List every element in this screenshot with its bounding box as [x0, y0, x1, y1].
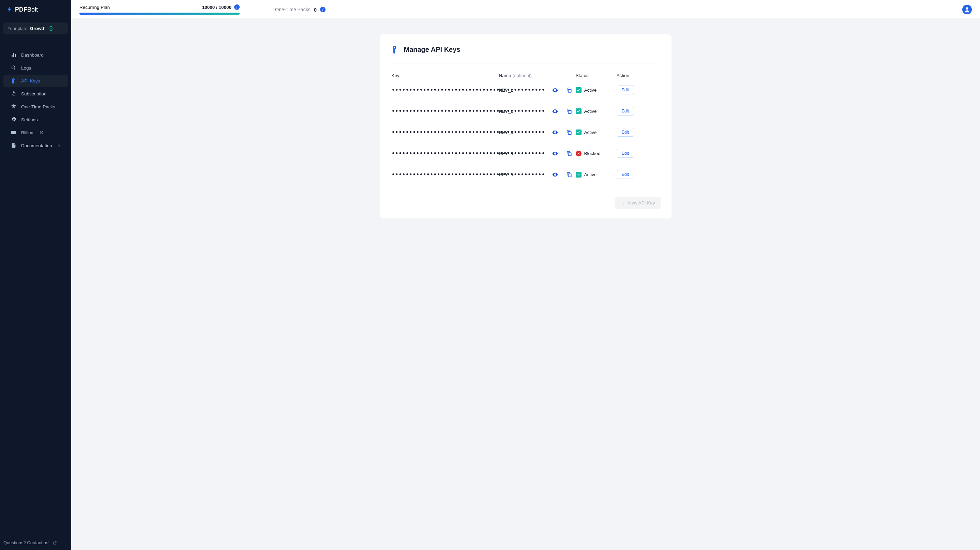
page-title: Manage API Keys: [404, 46, 460, 54]
sidebar-item-label: Billing: [21, 130, 33, 135]
sidebar-item-settings[interactable]: Settings: [3, 113, 68, 126]
key-name: KEY_1: [499, 87, 576, 93]
usage-label: Recurring Plan: [80, 5, 110, 10]
sidebar-item-api-keys[interactable]: API Keys: [3, 75, 68, 87]
sidebar-item-documentation[interactable]: Documentation: [3, 139, 68, 152]
logo[interactable]: PDFBolt: [0, 0, 71, 18]
packs-info: One-Time Packs 0 i: [275, 7, 326, 13]
check-circle-icon: [48, 26, 54, 31]
key-icon: [11, 78, 16, 83]
table-header: Key Name (optional) Status Action: [391, 73, 660, 79]
status-cell: Active: [576, 108, 617, 114]
api-keys-card: Manage API Keys Key Name (optional) Stat…: [380, 34, 671, 218]
document-icon: [11, 143, 16, 148]
key-name: KEY_5: [499, 172, 576, 177]
sidebar: PDFBolt Your plan: Growth DashboardLogsA…: [0, 0, 71, 550]
edit-button[interactable]: Edit: [617, 86, 634, 94]
plus-icon: [621, 201, 625, 205]
logo-text: PDFBolt: [15, 6, 38, 13]
sidebar-item-dashboard[interactable]: Dashboard: [3, 49, 68, 61]
sidebar-item-one-time-packs[interactable]: One-Time Packs: [3, 100, 68, 113]
x-icon: [576, 151, 582, 156]
usage-value: 10000 / 10000: [202, 5, 231, 10]
bolt-icon: [6, 5, 13, 14]
usage-meter: Recurring Plan 10000 / 10000 i: [80, 5, 240, 15]
person-icon: [964, 6, 970, 13]
info-icon[interactable]: i: [320, 7, 326, 12]
edit-button[interactable]: Edit: [617, 128, 634, 137]
sidebar-item-logs[interactable]: Logs: [3, 62, 68, 74]
sidebar-item-label: Dashboard: [21, 52, 44, 57]
table-row: ••••••••••••••••••••••••••••••••••••••••…: [391, 79, 660, 100]
sidebar-item-label: Logs: [21, 65, 31, 70]
key-name: KEY_4: [499, 151, 576, 156]
edit-button[interactable]: Edit: [617, 149, 634, 158]
check-icon: [576, 172, 582, 178]
external-icon: [53, 541, 57, 545]
sidebar-item-label: Settings: [21, 117, 38, 122]
external-icon: [58, 143, 60, 148]
info-icon[interactable]: i: [234, 5, 240, 10]
sidebar-item-label: Subscription: [21, 91, 46, 97]
avatar[interactable]: [962, 5, 972, 14]
external-icon: [40, 130, 44, 135]
sidebar-item-label: API Keys: [21, 78, 40, 83]
topbar: Recurring Plan 10000 / 10000 i One-Time …: [71, 0, 980, 18]
layers-icon: [11, 104, 16, 110]
status-cell: Active: [576, 129, 617, 135]
contact-link[interactable]: Questions? Contact us!: [0, 535, 71, 550]
bar-chart-icon: [11, 52, 16, 57]
sidebar-item-billing[interactable]: Billing: [3, 126, 68, 139]
edit-button[interactable]: Edit: [617, 170, 634, 179]
status-cell: Active: [576, 172, 617, 178]
check-icon: [576, 87, 582, 93]
key-icon: [391, 45, 399, 54]
credit-card-icon: [11, 130, 16, 135]
check-icon: [576, 108, 582, 114]
sidebar-nav: DashboardLogsAPI KeysSubscriptionOne-Tim…: [0, 48, 71, 535]
edit-button[interactable]: Edit: [617, 107, 634, 116]
key-name: KEY_3: [499, 130, 576, 135]
table-row: ••••••••••••••••••••••••••••••••••••••••…: [391, 100, 660, 122]
sidebar-item-label: Documentation: [21, 143, 52, 148]
sidebar-item-label: One-Time Packs: [21, 104, 55, 110]
sidebar-item-subscription[interactable]: Subscription: [3, 87, 68, 100]
refresh-icon: [11, 91, 16, 97]
table-row: ••••••••••••••••••••••••••••••••••••••••…: [391, 122, 660, 143]
status-cell: Blocked: [576, 151, 617, 156]
plan-badge: Your plan: Growth: [3, 22, 68, 34]
table-row: ••••••••••••••••••••••••••••••••••••••••…: [391, 143, 660, 164]
progress-bar: [80, 13, 240, 15]
check-icon: [576, 129, 582, 135]
key-name: KEY_2: [499, 109, 576, 114]
search-icon: [11, 65, 16, 70]
status-cell: Active: [576, 87, 617, 93]
table-row: ••••••••••••••••••••••••••••••••••••••••…: [391, 164, 660, 185]
new-api-key-button[interactable]: New API Key: [615, 197, 660, 209]
gear-icon: [11, 117, 16, 122]
